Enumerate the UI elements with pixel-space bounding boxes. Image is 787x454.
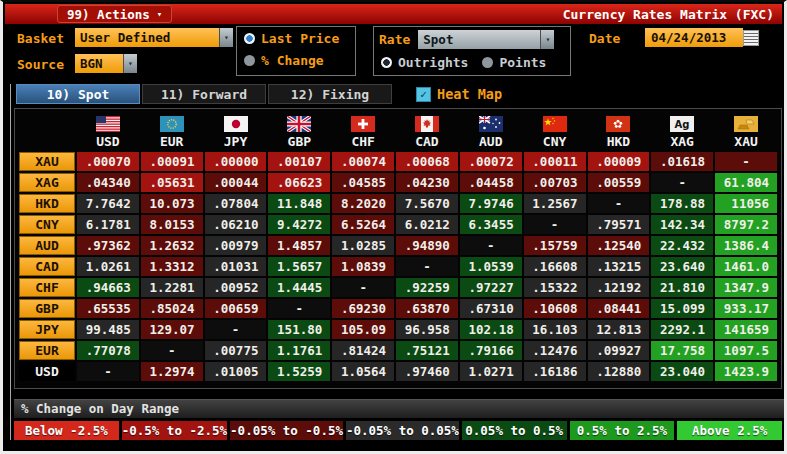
cell-xag-cad[interactable]: .04230 [396,173,458,192]
cell-cny-aud[interactable]: 6.3455 [460,215,522,234]
cell-usd-usd[interactable]: - [77,362,139,381]
cell-cad-xau[interactable]: 1461.0 [715,257,777,276]
cell-jpy-cad[interactable]: 96.958 [396,320,458,339]
heat-map-toggle[interactable]: ✓ Heat Map [416,86,502,102]
cell-xag-gbp[interactable]: .06623 [268,173,330,192]
cell-usd-chf[interactable]: 1.0564 [332,362,394,381]
cell-eur-jpy[interactable]: .00775 [205,341,267,360]
cell-usd-xau[interactable]: 1423.9 [715,362,777,381]
cell-xau-eur[interactable]: .00091 [141,152,203,171]
cell-cny-cad[interactable]: 6.0212 [396,215,458,234]
cell-usd-jpy[interactable]: .01005 [205,362,267,381]
cell-eur-gbp[interactable]: 1.1761 [268,341,330,360]
cell-eur-usd[interactable]: .77078 [77,341,139,360]
cell-cny-chf[interactable]: 6.5264 [332,215,394,234]
cell-cny-jpy[interactable]: .06210 [205,215,267,234]
cell-usd-cny[interactable]: .16186 [524,362,586,381]
cell-aud-xau[interactable]: 1386.4 [715,236,777,255]
cell-gbp-xag[interactable]: 15.099 [651,299,713,318]
column-header-xag[interactable]: AgXAG [651,113,713,150]
cell-usd-eur[interactable]: 1.2974 [141,362,203,381]
cell-cny-gbp[interactable]: 9.4272 [268,215,330,234]
cell-xag-cny[interactable]: .00703 [524,173,586,192]
cell-xau-hkd[interactable]: .00009 [588,152,650,171]
cell-jpy-hkd[interactable]: 12.813 [588,320,650,339]
cell-cad-cny[interactable]: .16608 [524,257,586,276]
cell-cad-gbp[interactable]: 1.5657 [268,257,330,276]
radio-option-outrights[interactable]: Outrights [374,51,475,73]
tab-spot[interactable]: 10) Spot [16,84,140,104]
cell-xau-xag[interactable]: .01618 [651,152,713,171]
column-header-hkd[interactable]: HKD [588,113,650,150]
cell-aud-cny[interactable]: .15759 [524,236,586,255]
cell-xag-jpy[interactable]: .00044 [205,173,267,192]
cell-jpy-eur[interactable]: 129.07 [141,320,203,339]
cell-aud-chf[interactable]: 1.0285 [332,236,394,255]
cell-xau-chf[interactable]: .00074 [332,152,394,171]
cell-usd-xag[interactable]: 23.040 [651,362,713,381]
cell-aud-jpy[interactable]: .00979 [205,236,267,255]
cell-jpy-chf[interactable]: 105.09 [332,320,394,339]
row-header-jpy[interactable]: JPY [19,320,75,339]
cell-chf-jpy[interactable]: .00952 [205,278,267,297]
cell-gbp-usd[interactable]: .65535 [77,299,139,318]
cell-hkd-xag[interactable]: 178.88 [651,194,713,213]
cell-cad-hkd[interactable]: .13215 [588,257,650,276]
cell-chf-cad[interactable]: .92259 [396,278,458,297]
cell-hkd-gbp[interactable]: 11.848 [268,194,330,213]
cell-aud-xag[interactable]: 22.432 [651,236,713,255]
cell-xau-usd[interactable]: .00070 [77,152,139,171]
cell-eur-cad[interactable]: .75121 [396,341,458,360]
cell-xau-gbp[interactable]: .00107 [268,152,330,171]
cell-xau-jpy[interactable]: .00000 [205,152,267,171]
cell-cad-eur[interactable]: 1.3312 [141,257,203,276]
cell-eur-hkd[interactable]: .09927 [588,341,650,360]
cell-aud-usd[interactable]: .97362 [77,236,139,255]
tab-fixing[interactable]: 12) Fixing [268,84,392,104]
cell-cad-chf[interactable]: 1.0839 [332,257,394,276]
cell-cny-xag[interactable]: 142.34 [651,215,713,234]
radio-selected-icon[interactable] [244,33,255,44]
row-header-xau[interactable]: XAU [19,152,75,171]
column-header-aud[interactable]: AUD [460,113,522,150]
column-header-xau[interactable]: XAU [715,113,777,150]
tab-forward[interactable]: 11) Forward [142,84,266,104]
cell-hkd-jpy[interactable]: .07804 [205,194,267,213]
cell-gbp-xau[interactable]: 933.17 [715,299,777,318]
cell-cad-usd[interactable]: 1.0261 [77,257,139,276]
cell-cny-eur[interactable]: 8.0153 [141,215,203,234]
cell-chf-usd[interactable]: .94663 [77,278,139,297]
cell-eur-chf[interactable]: .81424 [332,341,394,360]
cell-eur-xau[interactable]: 1097.5 [715,341,777,360]
cell-xag-xag[interactable]: - [651,173,713,192]
cell-xau-cad[interactable]: .00068 [396,152,458,171]
cell-hkd-cny[interactable]: 1.2567 [524,194,586,213]
cell-chf-aud[interactable]: .97227 [460,278,522,297]
cell-gbp-cad[interactable]: .63870 [396,299,458,318]
cell-aud-gbp[interactable]: 1.4857 [268,236,330,255]
cell-usd-cad[interactable]: .97460 [396,362,458,381]
cell-cad-jpy[interactable]: .01031 [205,257,267,276]
row-header-usd[interactable]: USD [19,362,75,381]
rate-dropdown[interactable]: Spot ▾ [418,30,554,49]
cell-gbp-eur[interactable]: .85024 [141,299,203,318]
checkbox-checked-icon[interactable]: ✓ [416,87,431,102]
cell-gbp-chf[interactable]: .69230 [332,299,394,318]
cell-chf-gbp[interactable]: 1.4445 [268,278,330,297]
cell-gbp-cny[interactable]: .10608 [524,299,586,318]
row-header-eur[interactable]: EUR [19,341,75,360]
cell-hkd-cad[interactable]: 7.5670 [396,194,458,213]
cell-hkd-aud[interactable]: 7.9746 [460,194,522,213]
cell-aud-hkd[interactable]: .12540 [588,236,650,255]
radio-unselected-icon[interactable] [482,57,493,68]
date-input[interactable]: 04/24/2013 [645,28,743,47]
cell-aud-eur[interactable]: 1.2632 [141,236,203,255]
basket-dropdown[interactable]: User Defined ▾ [75,28,233,47]
cell-gbp-aud[interactable]: .67310 [460,299,522,318]
row-header-cad[interactable]: CAD [19,257,75,276]
cell-chf-xau[interactable]: 1347.9 [715,278,777,297]
radio-selected-icon[interactable] [381,57,392,68]
cell-chf-xag[interactable]: 21.810 [651,278,713,297]
cell-jpy-xag[interactable]: 2292.1 [651,320,713,339]
cell-eur-aud[interactable]: .79166 [460,341,522,360]
